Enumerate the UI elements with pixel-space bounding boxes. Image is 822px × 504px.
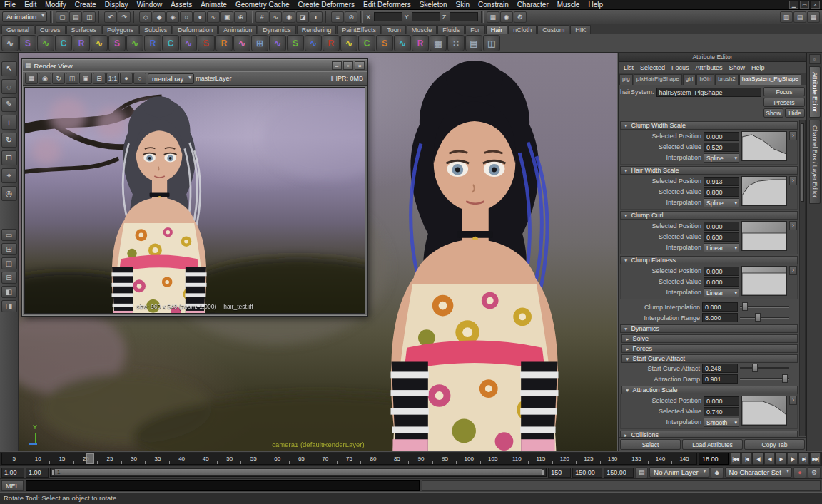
step-back-frame-button[interactable]: ◀|	[753, 453, 763, 465]
snap-to-point-icon[interactable]: ◉	[283, 11, 295, 23]
shelf-item[interactable]: ∿	[91, 35, 108, 51]
attribute-editor-title[interactable]: Attribute Editor	[619, 53, 806, 62]
dock-toggle-icon[interactable]: ▫	[809, 54, 821, 64]
group-divider[interactable]	[325, 11, 328, 23]
frame-tick[interactable]: 65	[290, 453, 314, 464]
shelf-tab[interactable]: Dynamics	[258, 25, 296, 34]
maximize-window-button[interactable]: ▫	[343, 61, 353, 70]
node-tab[interactable]: pig	[619, 74, 633, 85]
load-attributes-button[interactable]: Load Attributes	[682, 439, 743, 450]
attribute-slider[interactable]	[740, 378, 789, 380]
shelf-tab[interactable]: nCloth	[508, 25, 537, 34]
construction-history-icon[interactable]: ≡	[331, 11, 344, 23]
frame-tick[interactable]: 125	[577, 453, 601, 464]
coordinate-input[interactable]	[374, 12, 402, 21]
render-icon[interactable]: ▦	[25, 73, 38, 84]
show-button[interactable]: Show	[763, 108, 783, 118]
render-view-image[interactable]: size: 960 x 540 (zoom: 1.000) hair_test.…	[24, 87, 365, 314]
rotate-tool[interactable]: ↻	[1, 133, 17, 148]
frame-tick[interactable]: 110	[504, 453, 529, 464]
remove-image-icon[interactable]: ⊟	[93, 73, 106, 84]
renderer-selector[interactable]: mental ray	[148, 73, 194, 84]
ipr-pause-icon[interactable]: ‖	[331, 75, 334, 82]
frame-tick[interactable]: 55	[241, 453, 265, 464]
command-line-language-toggle[interactable]: MEL	[1, 480, 24, 491]
attribute-value-field[interactable]: 0.248	[702, 364, 738, 373]
hide-button[interactable]: Hide	[785, 108, 805, 118]
shelf-item[interactable]: ⊞	[251, 35, 268, 51]
frame-tick[interactable]: 45	[193, 453, 218, 464]
shelf-tab[interactable]: Curves	[35, 25, 66, 34]
node-name-field[interactable]: hairSystem_PigShape	[656, 88, 761, 97]
select-curves-icon[interactable]: ∿	[207, 11, 220, 23]
interpolation-dropdown[interactable]: Smooth	[704, 418, 739, 427]
character-key-icon[interactable]: ◆	[711, 467, 724, 478]
go-to-end-button[interactable]: ▶▶|	[810, 453, 821, 465]
current-time-field[interactable]: 18.00	[699, 453, 729, 465]
menu-item[interactable]: Modify	[41, 0, 70, 9]
shelf-item[interactable]: ∿	[394, 35, 411, 51]
shelf-item[interactable]: ▤	[465, 35, 482, 51]
shelf-tab[interactable]: Hair	[486, 25, 508, 34]
close-window-button[interactable]: ×	[355, 61, 365, 70]
frame-tick[interactable]: 15	[50, 453, 74, 464]
interpolation-dropdown[interactable]: Spline	[704, 153, 739, 163]
rgb-channels-icon[interactable]: ●	[120, 73, 133, 84]
selected-value-field[interactable]: 0.000	[704, 277, 739, 287]
three-pane-layout[interactable]: ◧	[1, 286, 17, 298]
attribute-editor-menu-item[interactable]: Show	[726, 64, 749, 71]
snap-to-curve-icon[interactable]: ∿	[269, 11, 282, 23]
select-hierarchy-icon[interactable]: ◇	[139, 11, 152, 23]
menu-set-selector[interactable]: Animation	[2, 11, 47, 22]
selected-position-field[interactable]: 0.913	[704, 177, 739, 186]
four-pane-layout[interactable]: ⊞	[1, 243, 17, 255]
frame-tick[interactable]: 135	[624, 453, 649, 464]
section-header-collisions[interactable]: Collisions	[620, 431, 798, 437]
perspective-viewport[interactable]: Y camera1 (defaultRenderLayer) ▦ Render …	[19, 53, 618, 451]
menu-item[interactable]: Assets	[166, 0, 196, 9]
copy-tab-button[interactable]: Copy Tab	[744, 439, 805, 450]
section-header-attraction-scale[interactable]: Attraction Scale	[621, 386, 798, 394]
render-view-titlebar[interactable]: ▦ Render View –▫×	[23, 60, 367, 71]
show-channel-box-icon[interactable]: ▦	[807, 11, 820, 23]
shelf-tab[interactable]: Animation	[218, 25, 257, 34]
node-tab[interactable]: girl	[683, 74, 696, 85]
menu-item[interactable]: Window	[133, 0, 167, 9]
show-tool-settings-icon[interactable]: ▤	[793, 11, 806, 23]
single-pane-layout[interactable]: ▭	[1, 229, 17, 241]
menu-item[interactable]: Create Deformers	[294, 0, 359, 9]
ramp-expand-button[interactable]: ›	[789, 131, 797, 140]
attribute-value-field[interactable]: 0.901	[702, 374, 738, 384]
shelf-item[interactable]: S	[108, 35, 126, 51]
interpolation-dropdown[interactable]: Spline	[704, 198, 739, 207]
animation-preferences-button[interactable]: ⚙	[808, 467, 821, 478]
one-to-one-icon[interactable]: 1:1	[106, 73, 119, 84]
ipr-render-icon[interactable]: ◉	[500, 11, 513, 23]
section-header-forces[interactable]: Forces	[621, 344, 798, 353]
shelf-item[interactable]: ∿	[126, 35, 143, 51]
step-forward-frame-button[interactable]: |▶	[787, 453, 798, 465]
select-deformers-icon[interactable]: ⊕	[234, 11, 247, 23]
range-slider[interactable]: 1	[50, 468, 547, 477]
shelf-item[interactable]: C	[358, 35, 375, 51]
shelf-tab[interactable]: Muscle	[407, 25, 437, 34]
attribute-editor-menu-item[interactable]: Attributes	[693, 64, 726, 71]
shelf-tab[interactable]: Fur	[465, 25, 485, 34]
shelf-item[interactable]: ∿	[305, 35, 322, 51]
section-header-solve[interactable]: Solve	[621, 334, 798, 343]
frame-tick[interactable]: 115	[529, 453, 553, 464]
shelf-item[interactable]: ∿	[1, 35, 19, 51]
group-divider[interactable]	[360, 11, 363, 23]
selected-position-field[interactable]: 0.000	[704, 396, 739, 406]
group-divider[interactable]	[50, 11, 53, 23]
node-tab[interactable]: pfxHairPigShape	[634, 74, 682, 85]
close-app-icon[interactable]: ×	[811, 1, 820, 9]
shelf-item[interactable]: R	[323, 35, 340, 51]
shelf-tab[interactable]: Rendering	[297, 25, 337, 34]
frame-tick[interactable]: 60	[265, 453, 290, 464]
selected-position-field[interactable]: 0.000	[704, 222, 739, 231]
menu-item[interactable]: Skin	[452, 0, 474, 9]
go-to-start-button[interactable]: |◀◀	[730, 453, 741, 465]
shelf-item[interactable]: ▦	[430, 35, 447, 51]
ramp-expand-button[interactable]: ›	[789, 266, 797, 275]
